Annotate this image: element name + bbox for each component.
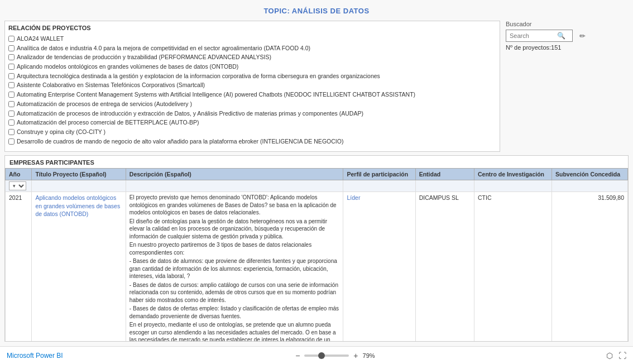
project-checkbox[interactable]: [8, 119, 15, 126]
cell-title[interactable]: Aplicando modelos ontológicos en grandes…: [32, 192, 126, 342]
project-item-label[interactable]: ALOA24 WALLET: [17, 35, 64, 43]
zoom-in-button[interactable]: +: [352, 351, 359, 360]
project-count: Nº de proyectos:151: [506, 44, 629, 51]
project-checkbox[interactable]: [8, 101, 15, 107]
project-item-label[interactable]: Desarrollo de cuadros de mando de negoci…: [17, 137, 343, 146]
list-item[interactable]: Automatización de procesos de introducci…: [8, 109, 496, 118]
project-checkbox[interactable]: [8, 36, 15, 42]
list-item[interactable]: Desarrollo de cuadros de mando de negoci…: [8, 137, 496, 146]
edit-icon[interactable]: ✏: [579, 32, 586, 40]
project-item-label[interactable]: Analítica de datos e industria 4.0 para …: [17, 44, 310, 52]
project-item-label[interactable]: Analizador de tendencias de producción y…: [17, 53, 271, 61]
project-checkbox[interactable]: [8, 129, 15, 135]
right-panel: Buscador 🔍 ✏ Nº de proyectos:151: [506, 21, 629, 152]
project-checkbox[interactable]: [8, 111, 15, 117]
companies-panel-title: EMPRESAS PARTICIPANTES: [5, 156, 628, 168]
list-item[interactable]: Automating Enterprise Content Management…: [8, 90, 496, 99]
project-checkbox[interactable]: [8, 45, 15, 51]
list-item[interactable]: ALOA24 WALLET: [8, 34, 496, 44]
cell-subvencion: 31.509,80: [552, 192, 628, 342]
search-container: Buscador 🔍 ✏ Nº de proyectos:151: [506, 21, 629, 51]
list-item[interactable]: Aplicando modelos ontológicos en grandes…: [8, 62, 496, 71]
table-wrapper[interactable]: Año Título Proyecto (Español) Descripció…: [5, 168, 628, 341]
search-label: Buscador: [506, 21, 629, 27]
list-item[interactable]: Analizador de tendencias de producción y…: [8, 52, 496, 62]
share-icon[interactable]: ⬡: [606, 351, 613, 360]
companies-table: Año Título Proyecto (Español) Descripció…: [5, 168, 628, 341]
table-row: 2021 Aplicando modelos ontológicos en gr…: [6, 192, 628, 342]
project-item-label[interactable]: Aplicando modelos ontológicos en grandes…: [17, 63, 238, 71]
cell-year: 2021: [6, 192, 32, 342]
project-checkbox[interactable]: [8, 64, 15, 70]
project-item-label[interactable]: Arquitectura tecnológica destinada a la …: [17, 72, 380, 80]
project-checkbox[interactable]: [8, 138, 15, 145]
list-item[interactable]: Arquitectura tecnológica destinada a la …: [8, 71, 496, 81]
col-header-desc: Descripción (Español): [126, 169, 343, 180]
search-icon[interactable]: 🔍: [557, 32, 565, 40]
project-item-label[interactable]: Automating Enterprise Content Management…: [17, 90, 415, 99]
fullscreen-icon[interactable]: ⛶: [618, 351, 626, 360]
cell-entidad: DICAMPUS SL: [415, 192, 474, 342]
project-checkbox[interactable]: [8, 73, 15, 79]
col-header-centro: Centro de Investigación: [474, 169, 552, 180]
project-item-label[interactable]: Construye y opina city (CO-CITY ): [17, 128, 106, 136]
project-item-label[interactable]: Automatización de procesos de introducci…: [17, 109, 363, 118]
col-header-title: Título Proyecto (Español): [32, 169, 126, 180]
bottom-right-icons: ⬡ ⛶: [606, 351, 626, 360]
col-header-entidad: Entidad: [415, 169, 474, 180]
zoom-percent: 79%: [363, 352, 375, 359]
list-item[interactable]: Automatización del proceso comercial de …: [8, 118, 496, 127]
project-item-label[interactable]: Automatización de procesos de entrega de…: [17, 100, 192, 108]
project-item-label[interactable]: Asistente Colaborativo en Sistemas Telef…: [17, 81, 205, 89]
list-item[interactable]: Asistente Colaborativo en Sistemas Telef…: [8, 80, 496, 90]
filter-year[interactable]: ▾: [9, 181, 26, 190]
project-checkbox[interactable]: [8, 92, 15, 98]
project-item-label[interactable]: Automatización del proceso comercial de …: [17, 118, 199, 127]
project-checkbox[interactable]: [8, 82, 15, 88]
zoom-controls: − + 79%: [294, 351, 375, 360]
list-item[interactable]: Analítica de datos e industria 4.0 para …: [8, 44, 496, 53]
zoom-out-button[interactable]: −: [294, 351, 301, 360]
topic-header: TOPIC: ANÁLISIS DE DATOS: [4, 4, 629, 17]
bottom-bar: Microsoft Power BI − + 79% ⬡ ⛶: [0, 346, 633, 364]
power-bi-link[interactable]: Microsoft Power BI: [7, 352, 63, 360]
cell-desc: El proyecto previsto que hemos denominad…: [126, 192, 343, 342]
cell-centro: CTIC: [474, 192, 552, 342]
search-input[interactable]: [510, 32, 557, 39]
project-list-panel: RELACIÓN DE PROYECTOS ALOA24 WALLETAnalí…: [4, 21, 500, 152]
search-input-wrapper[interactable]: 🔍: [506, 30, 573, 42]
cell-perfil[interactable]: Líder: [343, 192, 415, 342]
zoom-slider[interactable]: [304, 355, 349, 357]
project-checkbox[interactable]: [8, 54, 15, 60]
list-item[interactable]: Automatización de procesos de entrega de…: [8, 99, 496, 109]
projects-panel-title: RELACIÓN DE PROYECTOS: [8, 25, 496, 31]
project-items-list[interactable]: ALOA24 WALLETAnalítica de datos e indust…: [8, 34, 496, 146]
zoom-slider-wrapper: [304, 355, 349, 357]
col-header-perfil: Perfil de participación: [343, 169, 415, 180]
col-header-year: Año: [6, 169, 32, 180]
companies-table-section: EMPRESAS PARTICIPANTES Año Título Proyec…: [4, 155, 629, 342]
list-item[interactable]: Construye y opina city (CO-CITY ): [8, 127, 496, 137]
col-header-subvencion: Subvención Concedida: [552, 169, 628, 180]
